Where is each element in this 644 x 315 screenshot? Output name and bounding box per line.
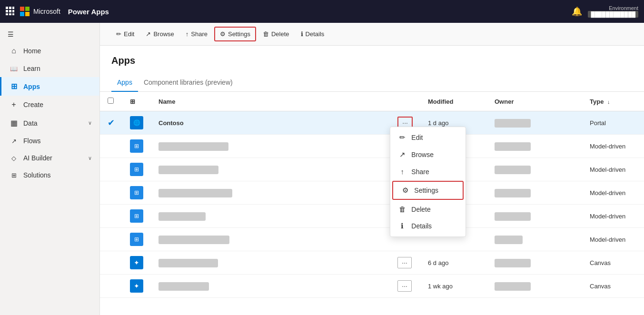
- table-row: ⊞ Asset Checkout████ ████████ Model-driv…: [100, 158, 644, 181]
- context-menu-settings[interactable]: ⚙ Settings: [392, 181, 464, 200]
- sidebar-item-ai-builder[interactable]: ◇ AI Builder ∨: [0, 149, 99, 167]
- row-app-icon-cell: ⊞: [122, 181, 151, 205]
- more-button[interactable]: ···: [397, 280, 412, 292]
- notification-icon[interactable]: 🔔: [572, 6, 582, 17]
- row-app-icon-cell: ⊞: [122, 158, 151, 181]
- row-select-cell[interactable]: [100, 275, 122, 298]
- col-header-owner[interactable]: Owner: [487, 92, 582, 111]
- details-button[interactable]: ℹ Details: [296, 28, 329, 40]
- share-button[interactable]: ↑ Share: [181, 28, 212, 40]
- table-row: ⊞ Innovation Challenge████ ████████ Mode…: [100, 181, 644, 205]
- sidebar-item-data[interactable]: ▦ Data ∨: [0, 114, 99, 132]
- row-app-icon-cell: ✦: [122, 251, 151, 275]
- more-button[interactable]: ···: [397, 257, 412, 268]
- col-header-modified[interactable]: Modified: [420, 92, 487, 111]
- svg-rect-6: [6, 13, 8, 15]
- ai-builder-icon: ◇: [9, 155, 19, 162]
- row-app-icon-cell: ⊞: [122, 135, 151, 158]
- context-delete-label: Delete: [411, 206, 430, 213]
- row-name-cell: Canvas app████: [151, 275, 390, 298]
- delete-button[interactable]: 🗑 Delete: [258, 28, 294, 40]
- row-select-cell[interactable]: ✔: [100, 111, 122, 135]
- create-icon: +: [9, 100, 19, 109]
- sidebar-item-label: Create: [23, 101, 43, 108]
- sidebar-item-learn[interactable]: 📖 Learn: [0, 60, 99, 77]
- row-more-cell[interactable]: ···: [390, 275, 420, 298]
- app-icon: 🌐: [130, 116, 143, 129]
- tabs: Apps Component libraries (preview): [100, 74, 644, 92]
- app-name: Contoso: [159, 119, 184, 127]
- owner-value: ████████: [495, 119, 531, 128]
- waffle-icon[interactable]: [6, 7, 14, 17]
- row-check-icon: ✔: [108, 118, 115, 128]
- sidebar-item-label: Learn: [23, 65, 40, 72]
- row-type-cell: Model-driven: [582, 181, 644, 205]
- apps-table: ⊞ Name Modified Owner Type ↓ ✔: [100, 92, 644, 298]
- row-more-cell[interactable]: ···: [390, 251, 420, 275]
- row-modified-cell: 6 d ago: [420, 251, 487, 275]
- col-header-checkbox: [100, 92, 122, 111]
- row-owner-cell: ████████: [487, 205, 582, 228]
- svg-rect-0: [6, 7, 8, 9]
- row-select-cell[interactable]: [100, 228, 122, 251]
- row-app-icon-cell: ⊞: [122, 205, 151, 228]
- top-nav: Microsoft Power Apps 🔔 Environment █████…: [0, 0, 644, 23]
- edit-button[interactable]: ✏ Edit: [111, 28, 139, 40]
- select-all-checkbox[interactable]: [108, 98, 114, 104]
- sidebar-item-apps[interactable]: ⊞ Apps: [0, 77, 99, 96]
- row-owner-cell: ████████: [487, 251, 582, 275]
- row-select-cell[interactable]: [100, 135, 122, 158]
- svg-rect-2: [12, 7, 14, 9]
- sort-icon: ↓: [607, 99, 610, 105]
- tab-apps[interactable]: Apps: [111, 74, 138, 92]
- home-icon: ⌂: [9, 47, 19, 55]
- table-row: ✦ SharePoint App████ ··· 6 d ago ███████…: [100, 251, 644, 275]
- sidebar-item-create[interactable]: + Create: [0, 96, 99, 114]
- row-select-cell[interactable]: [100, 181, 122, 205]
- col-header-name[interactable]: Name: [151, 92, 390, 111]
- sidebar-toggle[interactable]: ☰: [0, 27, 99, 42]
- row-app-icon-cell: ⊞: [122, 228, 151, 251]
- context-menu-edit[interactable]: ✏ Edit: [390, 129, 466, 146]
- row-name-cell: Solution Health Hub████: [151, 228, 390, 251]
- row-name-cell: Contoso: [151, 111, 390, 135]
- tab-component-libraries[interactable]: Component libraries (preview): [138, 74, 238, 92]
- context-edit-label: Edit: [411, 134, 423, 141]
- row-more-cell[interactable]: ··· ✏ Edit ↗ Browse: [390, 111, 420, 135]
- row-select-cell[interactable]: [100, 205, 122, 228]
- sidebar-item-flows[interactable]: ↗ Flows: [0, 132, 99, 149]
- row-select-cell[interactable]: [100, 158, 122, 181]
- row-select-cell[interactable]: [100, 251, 122, 275]
- app-title: Power Apps: [68, 8, 109, 16]
- context-menu-share[interactable]: ↑ Share: [390, 163, 466, 180]
- svg-rect-5: [12, 10, 14, 12]
- row-modified-cell: 1 wk ago: [420, 275, 487, 298]
- env-info: Environment ████████████: [588, 5, 638, 18]
- table-row: ⊞ Solution Health Hub████ ██████ Model-d…: [100, 228, 644, 251]
- app-icon: ⊞: [130, 209, 143, 223]
- table-area: ⊞ Name Modified Owner Type ↓ ✔: [100, 92, 644, 315]
- browse-button[interactable]: ↗ Browse: [141, 28, 178, 40]
- chevron-down-icon: ∨: [88, 155, 92, 161]
- row-name-cell: Fundraiser████: [151, 205, 390, 228]
- app-name: Innovation Challenge████: [159, 189, 232, 197]
- sidebar-item-label: Home: [23, 47, 41, 55]
- sidebar-item-label: Flows: [23, 137, 41, 145]
- row-name-cell: Asset Checkout████: [151, 158, 390, 181]
- app-name: Canvas app████: [159, 282, 209, 291]
- microsoft-label: Microsoft: [33, 8, 60, 15]
- col-header-type[interactable]: Type ↓: [582, 92, 644, 111]
- table-row: ✦ Canvas app████ ··· 1 wk ago ████████ C…: [100, 275, 644, 298]
- app-icon: ⊞: [130, 139, 143, 153]
- main-layout: ☰ ⌂ Home 📖 Learn ⊞ Apps + Create ▦ Data …: [0, 23, 644, 315]
- context-menu-browse[interactable]: ↗ Browse: [390, 146, 466, 163]
- context-menu-details[interactable]: ℹ Details: [390, 217, 466, 235]
- context-menu: ✏ Edit ↗ Browse ↑ Share: [390, 127, 466, 237]
- sidebar-item-home[interactable]: ⌂ Home: [0, 42, 99, 60]
- context-menu-delete[interactable]: 🗑 Delete: [390, 201, 466, 217]
- settings-button[interactable]: ⚙ Settings: [214, 27, 256, 41]
- owner-value: ████████: [495, 212, 531, 221]
- sidebar-item-solutions[interactable]: ⊞ Solutions: [0, 167, 99, 184]
- delete-label: Delete: [271, 30, 289, 38]
- owner-value: ████████: [495, 189, 531, 197]
